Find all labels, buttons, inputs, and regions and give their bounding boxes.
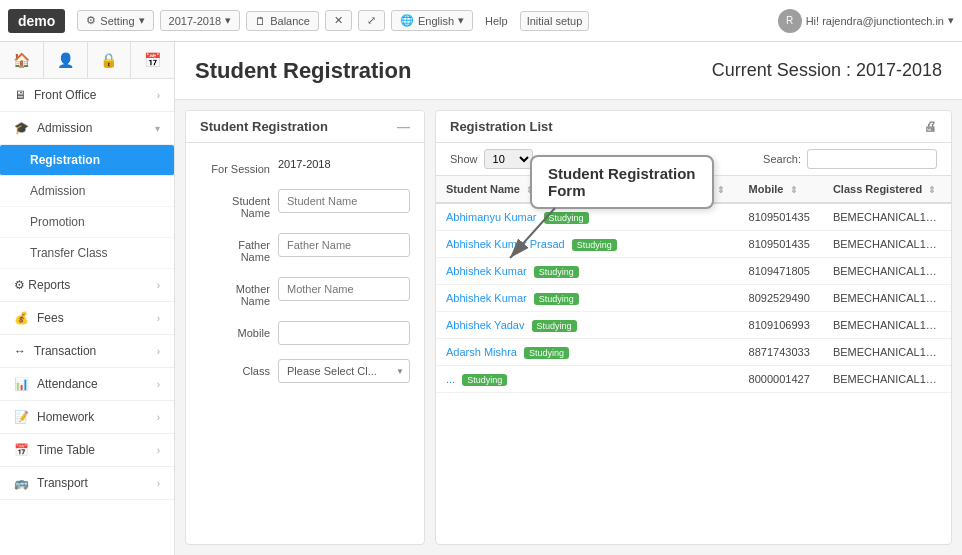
sidebar-item-reports[interactable]: ⚙ Reports › bbox=[0, 269, 174, 302]
chevron-down-icon: ▾ bbox=[458, 14, 464, 27]
sidebar-item-admission[interactable]: 🎓 Admission ▾ bbox=[0, 112, 174, 145]
mother-name-row: MotherName bbox=[200, 277, 410, 307]
gear-icon: ⚙ bbox=[86, 14, 96, 27]
cell-student-name: Abhishek Kumar Studying bbox=[436, 285, 634, 312]
cell-class: BEMECHANICAL1STSEMA bbox=[823, 366, 951, 393]
col-class[interactable]: Class Registered ⇕ bbox=[823, 176, 951, 203]
mobile-input[interactable] bbox=[278, 321, 410, 345]
student-link[interactable]: Abhishek Yadav bbox=[446, 319, 524, 331]
table-row: Abhishek Yadav Studying 8109106993 BEMEC… bbox=[436, 312, 951, 339]
sidebar-icon-home[interactable]: 🏠 bbox=[0, 42, 44, 78]
student-name-row: StudentName bbox=[200, 189, 410, 219]
sidebar-item-registration[interactable]: Registration bbox=[0, 145, 174, 176]
svg-line-1 bbox=[510, 208, 555, 258]
chevron-right-icon: › bbox=[157, 280, 160, 291]
cell-father-name bbox=[634, 258, 739, 285]
cell-father-name bbox=[634, 339, 739, 366]
cell-mobile: 8092529490 bbox=[739, 285, 823, 312]
fees-icon: 💰 bbox=[14, 311, 29, 325]
chevron-right-icon: › bbox=[157, 379, 160, 390]
class-select[interactable]: Please Select Cl... Class 1 Class 2 Clas… bbox=[278, 359, 410, 383]
form-panel-title: Student Registration bbox=[200, 119, 328, 134]
sidebar-item-front-office[interactable]: 🖥 Front Office › bbox=[0, 79, 174, 112]
mobile-label: Mobile bbox=[200, 321, 270, 339]
cell-mobile: 8109471805 bbox=[739, 258, 823, 285]
table-row: ... Studying 8000001427 BEMECHANICAL1STS… bbox=[436, 366, 951, 393]
initial-setup-button[interactable]: Initial setup bbox=[520, 11, 590, 31]
balance-button[interactable]: 🗒 Balance bbox=[246, 11, 319, 31]
father-name-row: FatherName bbox=[200, 233, 410, 263]
cell-class: BEMECHANICAL1STSEMA bbox=[823, 339, 951, 366]
mobile-input-wrapper bbox=[278, 321, 410, 345]
sidebar-item-attendance[interactable]: 📊 Attendance › bbox=[0, 368, 174, 401]
language-button[interactable]: 🌐 English ▾ bbox=[391, 10, 473, 31]
setting-button[interactable]: ⚙ Setting ▾ bbox=[77, 10, 153, 31]
mother-name-input[interactable] bbox=[278, 277, 410, 301]
navbar: demo ⚙ Setting ▾ 2017-2018 ▾ 🗒 Balance ✕… bbox=[0, 0, 962, 42]
cell-student-name: Abhishek Yadav Studying bbox=[436, 312, 634, 339]
tooltip-line2: Form bbox=[548, 182, 696, 199]
sidebar-item-homework[interactable]: 📝 Homework › bbox=[0, 401, 174, 434]
form-panel-header: Student Registration — bbox=[186, 111, 424, 143]
sidebar-item-fees[interactable]: 💰 Fees › bbox=[0, 302, 174, 335]
main-layout: 🏠 👤 🔒 📅 🖥 Front Office › 🎓 Admission ▾ R bbox=[0, 42, 962, 555]
tooltip-line1: Student Registration bbox=[548, 165, 696, 182]
student-name-label: StudentName bbox=[200, 189, 270, 219]
sidebar-item-timetable[interactable]: 📅 Time Table › bbox=[0, 434, 174, 467]
student-name-input-wrapper bbox=[278, 189, 410, 213]
entries-select[interactable]: 10 25 50 100 bbox=[484, 149, 533, 169]
transaction-icon: ↔ bbox=[14, 344, 26, 358]
student-name-input[interactable] bbox=[278, 189, 410, 213]
class-row: Class Please Select Cl... Class 1 Class … bbox=[200, 359, 410, 383]
balance-icon: 🗒 bbox=[255, 15, 266, 27]
sidebar-icon-lock[interactable]: 🔒 bbox=[88, 42, 132, 78]
student-link[interactable]: ... bbox=[446, 373, 455, 385]
status-badge: Studying bbox=[524, 347, 569, 359]
session-button[interactable]: 2017-2018 ▾ bbox=[160, 10, 241, 31]
mobile-row: Mobile bbox=[200, 321, 410, 345]
student-link[interactable]: Abhishek Kumar bbox=[446, 292, 527, 304]
attendance-icon: 📊 bbox=[14, 377, 29, 391]
transport-icon: 🚌 bbox=[14, 476, 29, 490]
cell-mobile: 8000001427 bbox=[739, 366, 823, 393]
cell-student-name: Adarsh Mishra Studying bbox=[436, 339, 634, 366]
sidebar-item-promotion[interactable]: Promotion bbox=[0, 207, 174, 238]
session-value: 2017-2018 bbox=[278, 157, 410, 171]
mother-name-label: MotherName bbox=[200, 277, 270, 307]
form-body: For Session 2017-2018 StudentName Father… bbox=[186, 143, 424, 405]
sidebar-item-transport[interactable]: 🚌 Transport › bbox=[0, 467, 174, 500]
chevron-right-icon: › bbox=[157, 346, 160, 357]
col-mobile[interactable]: Mobile ⇕ bbox=[739, 176, 823, 203]
student-link[interactable]: Adarsh Mishra bbox=[446, 346, 517, 358]
status-badge: Studying bbox=[462, 374, 507, 386]
help-link[interactable]: Help bbox=[479, 12, 514, 30]
tooltip-bubble: Student Registration Form bbox=[530, 155, 714, 209]
fullscreen-button[interactable]: ⤢ bbox=[358, 10, 385, 31]
sidebar-icon-user[interactable]: 👤 bbox=[44, 42, 88, 78]
sidebar-icon-calendar[interactable]: 📅 bbox=[131, 42, 174, 78]
close-button[interactable]: ✕ bbox=[325, 10, 352, 31]
cell-class: BEMECHANICAL1STSEMA bbox=[823, 258, 951, 285]
cell-mobile: 8109106993 bbox=[739, 312, 823, 339]
session-label: Current Session : 2017-2018 bbox=[712, 60, 942, 81]
form-panel: Student Registration — For Session 2017-… bbox=[185, 110, 425, 545]
admission-submenu: Registration Admission Promotion Transfe… bbox=[0, 145, 174, 302]
session-row: For Session 2017-2018 bbox=[200, 157, 410, 175]
tooltip-arrow-svg bbox=[505, 208, 565, 268]
father-name-label: FatherName bbox=[200, 233, 270, 263]
reports-icon: ⚙ bbox=[14, 278, 25, 292]
sidebar: 🏠 👤 🔒 📅 🖥 Front Office › 🎓 Admission ▾ R bbox=[0, 42, 175, 555]
list-panel-header: Registration List 🖨 bbox=[436, 111, 951, 143]
father-name-input[interactable] bbox=[278, 233, 410, 257]
chevron-down-icon: ▾ bbox=[139, 14, 145, 27]
sidebar-item-transfer-class[interactable]: Transfer Class bbox=[0, 238, 174, 269]
sidebar-item-transaction[interactable]: ↔ Transaction › bbox=[0, 335, 174, 368]
cell-father-name bbox=[634, 312, 739, 339]
print-icon[interactable]: 🖨 bbox=[924, 119, 937, 134]
sidebar-item-admission-sub[interactable]: Admission bbox=[0, 176, 174, 207]
search-input[interactable] bbox=[807, 149, 937, 169]
cell-class: BEMECHANICAL1STSEMA bbox=[823, 203, 951, 231]
content-area: Student Registration Current Session : 2… bbox=[175, 42, 962, 555]
minimize-icon[interactable]: — bbox=[397, 119, 410, 134]
monitor-icon: 🖥 bbox=[14, 88, 26, 102]
